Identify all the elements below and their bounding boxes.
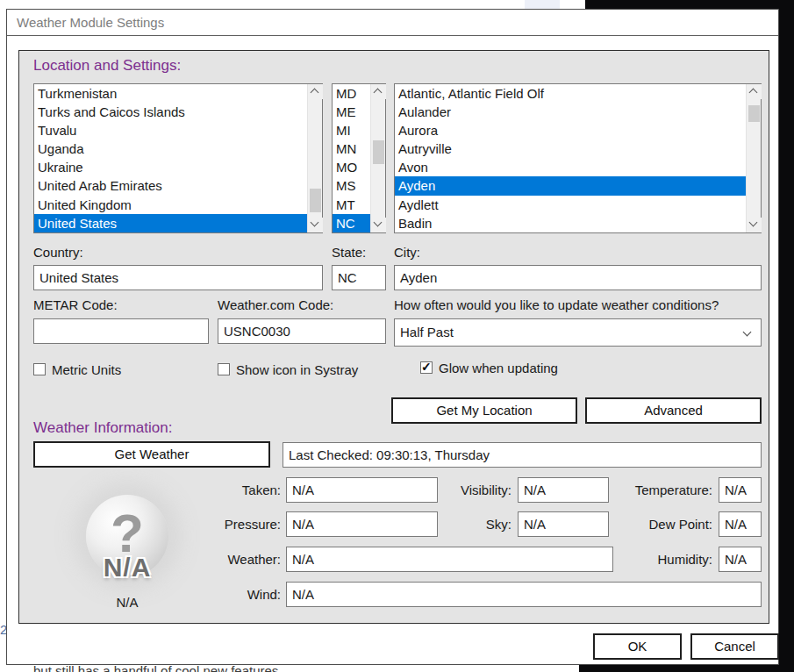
metar-code-field[interactable] [33,318,209,344]
state-scrollbar[interactable] [370,84,385,232]
scroll-down-icon[interactable] [371,218,386,232]
country-scrollbar[interactable] [307,84,322,232]
scrollbar-thumb[interactable] [310,189,321,212]
visibility-field[interactable]: N/A [518,477,609,503]
scrollbar-thumb[interactable] [748,105,760,122]
glow-when-updating-checkbox[interactable]: Glow when updating [420,361,558,375]
dialog-title: Weather Module Settings [7,10,778,35]
list-item[interactable]: Badin [395,214,746,232]
country-label: Country: [33,245,83,260]
country-field[interactable]: United States [33,265,323,290]
get-weather-button[interactable]: Get Weather [33,441,270,468]
update-frequency-label: How often would you like to update weath… [394,297,719,312]
city-field[interactable]: Ayden [394,265,762,290]
list-item[interactable]: MO [333,158,370,176]
last-checked-field: Last Checked: 09:30:13, Thursday [283,442,762,468]
list-item[interactable]: Tuvalu [34,121,307,139]
city-scrollbar[interactable] [746,84,761,232]
list-item[interactable]: United Arab Emirates [34,176,307,195]
list-item[interactable]: Aydlett [395,196,746,214]
sky-field[interactable]: N/A [518,511,609,537]
systray-icon-checkbox[interactable]: Show icon in Systray [218,362,358,376]
glow-when-updating-label: Glow when updating [439,361,558,375]
list-item[interactable]: Aulander [395,103,746,121]
update-frequency-dropdown[interactable]: Half Past [394,318,762,347]
list-item[interactable]: United Kingdom [34,196,307,214]
weather-label: Weather: [227,552,281,567]
taken-field[interactable]: N/A [286,477,438,503]
city-listbox[interactable]: Atlantic, Atlantic Field OlfAulanderAuro… [394,83,762,233]
dew-point-label: Dew Point: [648,517,712,532]
cancel-button[interactable]: Cancel [690,633,779,660]
state-label: State: [332,245,366,260]
dialog-titlebar[interactable]: Weather Module Settings [7,10,778,36]
list-item[interactable]: ME [333,103,370,121]
list-item[interactable]: Autryville [395,139,746,158]
metar-code-label: METAR Code: [33,297,118,312]
list-item[interactable]: MI [333,121,370,139]
list-item[interactable]: Atlantic, Atlantic Field Olf [395,84,746,103]
background-partial-char: 2 [0,622,6,638]
list-item[interactable]: MD [333,84,370,103]
list-item[interactable]: Ukraine [34,158,307,176]
list-item[interactable]: Uganda [34,139,307,158]
dew-point-field[interactable]: N/A [719,511,762,537]
list-item-selected[interactable]: NC [333,214,370,232]
humidity-label: Humidity: [657,552,712,567]
group-title-weather-info: Weather Information: [33,419,172,437]
update-frequency-value: Half Past [400,325,454,340]
pressure-field[interactable]: N/A [286,511,438,537]
weather-icon-overlay-text: N/A [86,553,168,583]
metric-units-checkbox[interactable]: Metric Units [33,362,121,376]
get-my-location-button[interactable]: Get My Location [391,397,577,424]
country-listbox[interactable]: TurkmenistanTurks and Caicos IslandsTuva… [33,83,323,233]
pressure-label: Pressure: [225,517,281,532]
state-list-items: MDMEMIMNMOMSMTNC [333,84,370,232]
screen: but still has a handful of cool new feat… [0,0,794,672]
temperature-label: Temperature: [635,483,712,497]
systray-icon-label: Show icon in Systray [236,362,358,377]
taken-label: Taken: [242,483,281,497]
chevron-down-icon [743,328,752,337]
checkbox-icon[interactable] [33,363,46,375]
weather-icon-caption: N/A [86,595,168,610]
advanced-button[interactable]: Advanced [585,397,762,424]
background-black-bottom [579,664,794,672]
city-list-items: Atlantic, Atlantic Field OlfAulanderAuro… [395,84,746,232]
list-item-selected[interactable]: United States [34,214,307,232]
list-item[interactable]: Avon [395,158,746,176]
list-item[interactable]: MT [333,196,370,214]
weather-settings-dialog: Weather Module Settings Location and Set… [6,9,779,665]
scroll-down-icon[interactable] [747,218,762,232]
list-item[interactable]: MN [333,139,370,158]
ok-button[interactable]: OK [593,633,682,660]
scroll-down-icon[interactable] [308,218,323,232]
humidity-field[interactable]: N/A [719,547,762,572]
temperature-field[interactable]: N/A [719,477,762,503]
city-label: City: [394,245,420,260]
sky-label: Sky: [486,517,511,532]
state-field[interactable]: NC [332,265,386,290]
background-black-right [779,0,794,672]
checkbox-checked-icon[interactable] [420,361,433,374]
list-item[interactable]: Turks and Caicos Islands [34,103,307,121]
visibility-label: Visibility: [461,483,511,497]
weather-com-code-field[interactable]: USNC0030 [218,318,386,344]
group-title-location: Location and Settings: [33,57,181,75]
list-item[interactable]: Turkmenistan [34,84,307,103]
state-listbox[interactable]: MDMEMIMNMOMSMTNC [332,83,386,233]
scroll-up-icon[interactable] [371,84,386,99]
scroll-up-icon[interactable] [747,84,762,99]
wind-field[interactable]: N/A [286,582,762,607]
list-item[interactable]: MS [333,176,370,195]
scrollbar-thumb[interactable] [373,140,384,164]
scroll-up-icon[interactable] [308,84,323,99]
wind-label: Wind: [247,587,281,602]
checkbox-icon[interactable] [218,363,230,375]
location-settings-group: Location and Settings: TurkmenistanTurks… [18,50,769,624]
country-list-items: TurkmenistanTurks and Caicos IslandsTuva… [34,84,307,232]
list-item-selected[interactable]: Ayden [395,176,746,195]
list-item[interactable]: Aurora [395,121,746,139]
weather-field[interactable]: N/A [286,547,613,572]
metric-units-label: Metric Units [52,362,121,377]
